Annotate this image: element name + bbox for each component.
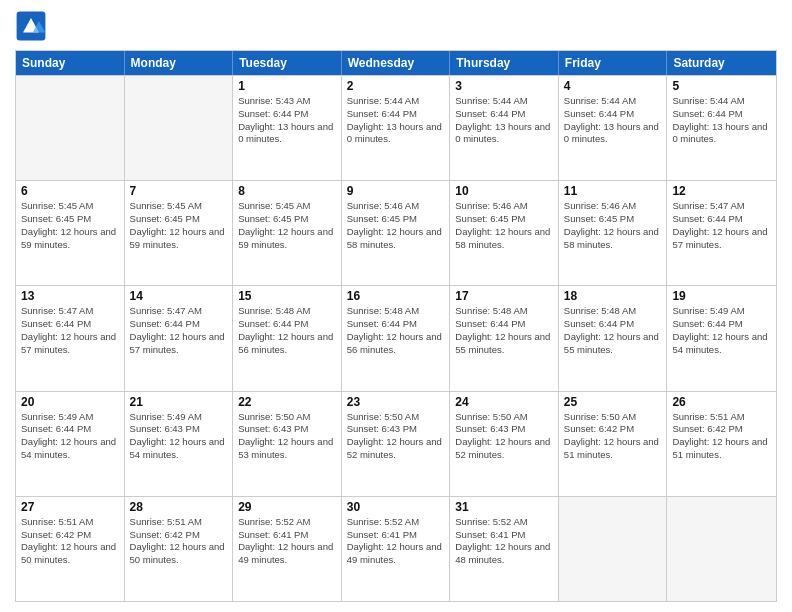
cal-cell: 25Sunrise: 5:50 AMSunset: 6:42 PMDayligh… bbox=[559, 392, 668, 496]
sunrise-text: Sunrise: 5:50 AM bbox=[238, 411, 336, 424]
daylight-text: Daylight: 12 hours and 48 minutes. bbox=[455, 541, 553, 567]
day-number: 24 bbox=[455, 395, 553, 409]
cal-cell: 22Sunrise: 5:50 AMSunset: 6:43 PMDayligh… bbox=[233, 392, 342, 496]
header bbox=[15, 10, 777, 42]
daylight-text: Daylight: 12 hours and 56 minutes. bbox=[238, 331, 336, 357]
day-number: 27 bbox=[21, 500, 119, 514]
cal-cell: 12Sunrise: 5:47 AMSunset: 6:44 PMDayligh… bbox=[667, 181, 776, 285]
daylight-text: Daylight: 12 hours and 57 minutes. bbox=[672, 226, 771, 252]
sunrise-text: Sunrise: 5:46 AM bbox=[564, 200, 662, 213]
cal-cell: 27Sunrise: 5:51 AMSunset: 6:42 PMDayligh… bbox=[16, 497, 125, 601]
logo-icon bbox=[15, 10, 47, 42]
sunset-text: Sunset: 6:44 PM bbox=[672, 318, 771, 331]
daylight-text: Daylight: 12 hours and 54 minutes. bbox=[21, 436, 119, 462]
sunrise-text: Sunrise: 5:44 AM bbox=[455, 95, 553, 108]
sunset-text: Sunset: 6:45 PM bbox=[564, 213, 662, 226]
cal-cell: 26Sunrise: 5:51 AMSunset: 6:42 PMDayligh… bbox=[667, 392, 776, 496]
sunrise-text: Sunrise: 5:51 AM bbox=[130, 516, 228, 529]
day-number: 21 bbox=[130, 395, 228, 409]
cal-row-1: 6Sunrise: 5:45 AMSunset: 6:45 PMDaylight… bbox=[16, 180, 776, 285]
day-number: 17 bbox=[455, 289, 553, 303]
sunrise-text: Sunrise: 5:48 AM bbox=[347, 305, 445, 318]
daylight-text: Daylight: 12 hours and 58 minutes. bbox=[564, 226, 662, 252]
cal-cell: 4Sunrise: 5:44 AMSunset: 6:44 PMDaylight… bbox=[559, 76, 668, 180]
day-number: 31 bbox=[455, 500, 553, 514]
cal-cell: 21Sunrise: 5:49 AMSunset: 6:43 PMDayligh… bbox=[125, 392, 234, 496]
day-number: 19 bbox=[672, 289, 771, 303]
day-number: 7 bbox=[130, 184, 228, 198]
day-number: 14 bbox=[130, 289, 228, 303]
day-number: 29 bbox=[238, 500, 336, 514]
day-number: 4 bbox=[564, 79, 662, 93]
day-number: 28 bbox=[130, 500, 228, 514]
day-number: 9 bbox=[347, 184, 445, 198]
sunrise-text: Sunrise: 5:50 AM bbox=[455, 411, 553, 424]
sunset-text: Sunset: 6:41 PM bbox=[238, 529, 336, 542]
daylight-text: Daylight: 12 hours and 54 minutes. bbox=[672, 331, 771, 357]
sunset-text: Sunset: 6:45 PM bbox=[238, 213, 336, 226]
sunset-text: Sunset: 6:42 PM bbox=[130, 529, 228, 542]
sunset-text: Sunset: 6:41 PM bbox=[347, 529, 445, 542]
sunrise-text: Sunrise: 5:51 AM bbox=[21, 516, 119, 529]
cal-cell: 19Sunrise: 5:49 AMSunset: 6:44 PMDayligh… bbox=[667, 286, 776, 390]
cal-cell: 18Sunrise: 5:48 AMSunset: 6:44 PMDayligh… bbox=[559, 286, 668, 390]
cal-cell bbox=[125, 76, 234, 180]
sunrise-text: Sunrise: 5:49 AM bbox=[672, 305, 771, 318]
sunset-text: Sunset: 6:44 PM bbox=[564, 108, 662, 121]
daylight-text: Daylight: 12 hours and 55 minutes. bbox=[564, 331, 662, 357]
header-day-tuesday: Tuesday bbox=[233, 51, 342, 75]
daylight-text: Daylight: 13 hours and 0 minutes. bbox=[672, 121, 771, 147]
day-number: 18 bbox=[564, 289, 662, 303]
cal-cell bbox=[559, 497, 668, 601]
daylight-text: Daylight: 13 hours and 0 minutes. bbox=[238, 121, 336, 147]
cal-cell: 14Sunrise: 5:47 AMSunset: 6:44 PMDayligh… bbox=[125, 286, 234, 390]
daylight-text: Daylight: 12 hours and 56 minutes. bbox=[347, 331, 445, 357]
cal-cell: 13Sunrise: 5:47 AMSunset: 6:44 PMDayligh… bbox=[16, 286, 125, 390]
day-number: 23 bbox=[347, 395, 445, 409]
header-day-friday: Friday bbox=[559, 51, 668, 75]
sunset-text: Sunset: 6:42 PM bbox=[564, 423, 662, 436]
sunrise-text: Sunrise: 5:49 AM bbox=[21, 411, 119, 424]
sunrise-text: Sunrise: 5:43 AM bbox=[238, 95, 336, 108]
daylight-text: Daylight: 12 hours and 59 minutes. bbox=[130, 226, 228, 252]
day-number: 2 bbox=[347, 79, 445, 93]
cal-cell: 20Sunrise: 5:49 AMSunset: 6:44 PMDayligh… bbox=[16, 392, 125, 496]
sunset-text: Sunset: 6:43 PM bbox=[238, 423, 336, 436]
daylight-text: Daylight: 12 hours and 53 minutes. bbox=[238, 436, 336, 462]
sunrise-text: Sunrise: 5:45 AM bbox=[21, 200, 119, 213]
sunset-text: Sunset: 6:45 PM bbox=[21, 213, 119, 226]
sunset-text: Sunset: 6:44 PM bbox=[238, 108, 336, 121]
cal-cell: 9Sunrise: 5:46 AMSunset: 6:45 PMDaylight… bbox=[342, 181, 451, 285]
daylight-text: Daylight: 12 hours and 51 minutes. bbox=[672, 436, 771, 462]
calendar: SundayMondayTuesdayWednesdayThursdayFrid… bbox=[15, 50, 777, 602]
cal-cell: 2Sunrise: 5:44 AMSunset: 6:44 PMDaylight… bbox=[342, 76, 451, 180]
daylight-text: Daylight: 13 hours and 0 minutes. bbox=[564, 121, 662, 147]
day-number: 20 bbox=[21, 395, 119, 409]
daylight-text: Daylight: 12 hours and 52 minutes. bbox=[455, 436, 553, 462]
day-number: 11 bbox=[564, 184, 662, 198]
sunset-text: Sunset: 6:44 PM bbox=[455, 108, 553, 121]
day-number: 3 bbox=[455, 79, 553, 93]
cal-cell: 6Sunrise: 5:45 AMSunset: 6:45 PMDaylight… bbox=[16, 181, 125, 285]
cal-cell: 29Sunrise: 5:52 AMSunset: 6:41 PMDayligh… bbox=[233, 497, 342, 601]
cal-row-0: 1Sunrise: 5:43 AMSunset: 6:44 PMDaylight… bbox=[16, 75, 776, 180]
sunset-text: Sunset: 6:42 PM bbox=[672, 423, 771, 436]
header-day-thursday: Thursday bbox=[450, 51, 559, 75]
cal-cell: 7Sunrise: 5:45 AMSunset: 6:45 PMDaylight… bbox=[125, 181, 234, 285]
daylight-text: Daylight: 12 hours and 57 minutes. bbox=[130, 331, 228, 357]
cal-cell: 1Sunrise: 5:43 AMSunset: 6:44 PMDaylight… bbox=[233, 76, 342, 180]
cal-row-2: 13Sunrise: 5:47 AMSunset: 6:44 PMDayligh… bbox=[16, 285, 776, 390]
day-number: 12 bbox=[672, 184, 771, 198]
sunset-text: Sunset: 6:43 PM bbox=[455, 423, 553, 436]
cal-row-4: 27Sunrise: 5:51 AMSunset: 6:42 PMDayligh… bbox=[16, 496, 776, 601]
daylight-text: Daylight: 12 hours and 55 minutes. bbox=[455, 331, 553, 357]
sunset-text: Sunset: 6:45 PM bbox=[130, 213, 228, 226]
sunrise-text: Sunrise: 5:44 AM bbox=[672, 95, 771, 108]
sunrise-text: Sunrise: 5:47 AM bbox=[130, 305, 228, 318]
sunset-text: Sunset: 6:44 PM bbox=[564, 318, 662, 331]
cal-cell: 23Sunrise: 5:50 AMSunset: 6:43 PMDayligh… bbox=[342, 392, 451, 496]
sunrise-text: Sunrise: 5:47 AM bbox=[21, 305, 119, 318]
sunset-text: Sunset: 6:44 PM bbox=[130, 318, 228, 331]
cal-cell: 11Sunrise: 5:46 AMSunset: 6:45 PMDayligh… bbox=[559, 181, 668, 285]
daylight-text: Daylight: 12 hours and 58 minutes. bbox=[347, 226, 445, 252]
